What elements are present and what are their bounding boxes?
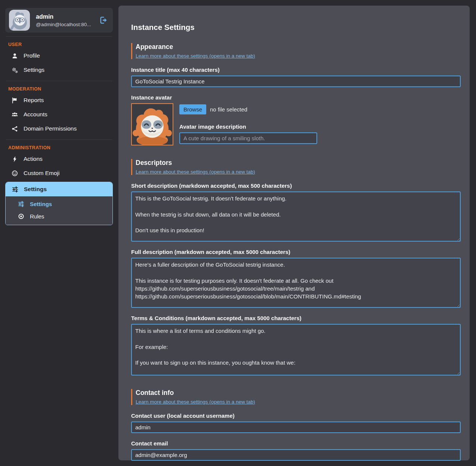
appearance-learn-more-link[interactable]: Learn more about these settings (opens i… (136, 53, 255, 59)
settings-nav-block: Settings Settings Rules (5, 182, 113, 225)
contact-heading: Contact info (136, 389, 461, 397)
sidebar-item-label: Custom Emoji (24, 170, 59, 177)
short-description-label: Short description (markdown accepted, ma… (131, 183, 461, 189)
user-card[interactable]: admin @admin@localhost:80... (5, 8, 113, 33)
appearance-heading: Appearance (136, 43, 461, 51)
user-avatar (9, 10, 30, 31)
sidebar-item-reports[interactable]: Reports (5, 93, 113, 107)
settings-submenu: Settings Rules (6, 196, 112, 225)
sloth-avatar-grey-icon (9, 10, 30, 31)
sidebar-item-admin-settings[interactable]: Settings (6, 182, 112, 196)
sidebar-subitem-rules[interactable]: Rules (6, 210, 112, 223)
nav-section-moderation: MODERATION (8, 86, 113, 92)
share-nodes-icon (11, 126, 18, 132)
sidebar-item-custom-emoji[interactable]: Custom Emoji (5, 166, 113, 180)
descriptors-section-header: Descriptors Learn more about these setti… (131, 159, 461, 175)
smile-icon (11, 170, 18, 177)
descriptors-heading: Descriptors (136, 159, 461, 167)
contact-user-label: Contact user (local account username) (131, 413, 461, 419)
sidebar-item-label: Actions (24, 156, 43, 162)
contact-section-header: Contact info Learn more about these sett… (131, 389, 461, 405)
appearance-section-header: Appearance Learn more about these settin… (131, 43, 461, 59)
user-handle: @admin@localhost:80... (36, 22, 93, 27)
sliders-icon (18, 201, 24, 207)
sidebar-item-label: Rules (30, 213, 44, 220)
sidebar: admin @admin@localhost:80... USER Profil… (5, 8, 113, 225)
user-icon (11, 53, 18, 59)
sidebar-item-label: Settings (24, 67, 44, 73)
avatar-controls: Browse no file selected Avatar image des… (179, 103, 317, 145)
sidebar-item-accounts[interactable]: Accounts (5, 107, 113, 122)
divider (6, 36, 112, 37)
user-name: admin (36, 13, 93, 20)
avatar-description-label: Avatar image description (179, 123, 317, 130)
sliders-icon (12, 186, 18, 193)
short-description-textarea[interactable] (131, 191, 461, 242)
divider (6, 140, 112, 140)
instance-title-label: Instance title (max 40 characters) (131, 67, 461, 73)
terms-label: Terms & Conditions (markdown accepted, m… (131, 315, 461, 321)
avatar-row: Browse no file selected Avatar image des… (131, 103, 461, 145)
full-description-textarea[interactable] (131, 258, 461, 308)
sloth-avatar-orange-icon (131, 103, 173, 145)
contact-user-input[interactable] (131, 421, 461, 433)
sidebar-item-profile[interactable]: Profile (5, 49, 113, 63)
circle-dot-icon (18, 213, 24, 220)
sidebar-item-user-settings[interactable]: Settings (5, 63, 113, 77)
terms-textarea[interactable] (131, 324, 461, 375)
instance-title-input[interactable] (131, 76, 461, 87)
bolt-icon (11, 156, 18, 162)
file-status-text: no file selected (210, 106, 247, 113)
avatar-description-input[interactable] (179, 132, 317, 144)
contact-email-label: Contact email (131, 440, 461, 447)
sidebar-item-domain-permissions[interactable]: Domain Permissions (5, 122, 113, 136)
descriptors-learn-more-link[interactable]: Learn more about these settings (opens i… (136, 169, 255, 175)
browse-button[interactable]: Browse (179, 104, 206, 114)
contact-learn-more-link[interactable]: Learn more about these settings (opens i… (136, 399, 255, 405)
instance-avatar-label: Instance avatar (131, 94, 461, 101)
sidebar-item-label: Domain Permissions (24, 125, 77, 132)
divider (6, 81, 112, 81)
user-meta: admin @admin@localhost:80... (36, 13, 93, 27)
sidebar-item-label: Profile (24, 52, 40, 59)
nav-section-user: USER (8, 42, 113, 47)
nav-section-administration: ADMINISTRATION (8, 145, 113, 150)
contact-email-input[interactable] (131, 449, 461, 461)
sidebar-subitem-settings[interactable]: Settings (6, 198, 112, 210)
instance-settings-panel: Instance Settings Appearance Learn more … (118, 6, 470, 460)
sidebar-item-label: Settings (24, 186, 47, 193)
sidebar-item-label: Settings (30, 201, 52, 207)
full-description-label: Full description (markdown accepted, max… (131, 249, 461, 255)
page-title: Instance Settings (131, 23, 461, 32)
sidebar-item-label: Accounts (24, 111, 47, 118)
sign-out-icon[interactable] (99, 16, 108, 24)
flag-icon (11, 97, 18, 104)
file-input-row: Browse no file selected (179, 104, 317, 114)
sidebar-item-label: Reports (24, 97, 44, 104)
sidebar-item-actions[interactable]: Actions (5, 152, 113, 166)
gears-icon (11, 67, 18, 73)
users-icon (11, 111, 18, 118)
